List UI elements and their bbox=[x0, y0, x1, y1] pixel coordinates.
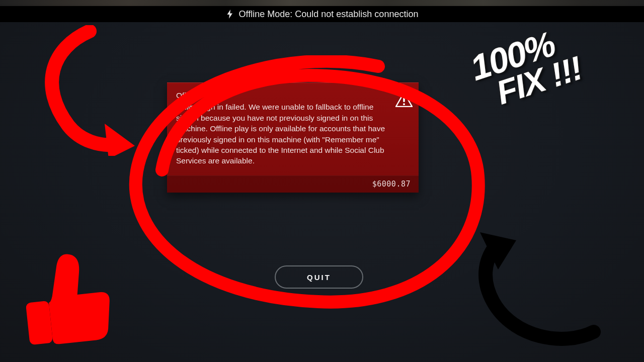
svg-rect-0 bbox=[403, 97, 405, 102]
error-body: Online sign in failed. We were unable to… bbox=[176, 102, 388, 166]
quit-button[interactable]: QUIT bbox=[275, 265, 363, 289]
warning-triangle-icon bbox=[395, 92, 413, 110]
offline-banner: Offline Mode: Could not establish connec… bbox=[0, 6, 644, 22]
offline-error-card: Offline Online sign in failed. We were u… bbox=[167, 82, 419, 193]
offline-banner-text: Offline Mode: Could not establish connec… bbox=[239, 9, 419, 20]
offline-bolt-icon bbox=[226, 10, 234, 19]
error-title: Offline bbox=[176, 90, 388, 101]
svg-point-1 bbox=[403, 103, 405, 105]
error-code: $6000.87 bbox=[167, 175, 419, 193]
window-photo-strip bbox=[0, 0, 644, 6]
quit-button-label: QUIT bbox=[307, 273, 331, 282]
